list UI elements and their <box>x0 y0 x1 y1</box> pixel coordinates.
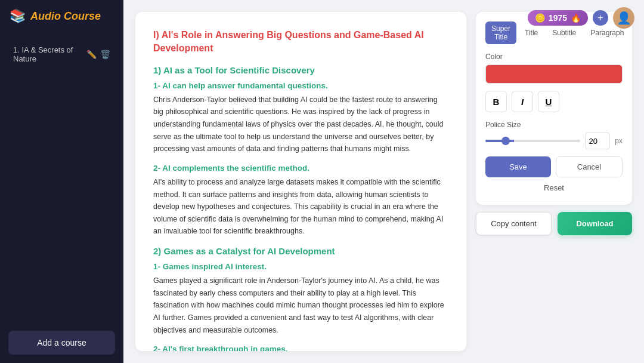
action-buttons: Save Cancel <box>485 156 623 177</box>
bold-button[interactable]: B <box>485 91 507 112</box>
format-buttons: B I U <box>485 91 623 112</box>
main-content: I) AI's Role in Answering Big Questions … <box>123 0 644 363</box>
color-swatch[interactable] <box>485 64 623 84</box>
doc-section2-title: 2) Games as a Catalyst for AI Developmen… <box>153 246 448 256</box>
coins-fire-icon: 🔥 <box>571 13 581 23</box>
color-label: Color <box>485 53 623 61</box>
doc-subsection2-title: 2- AI complements the scientific method. <box>153 164 448 173</box>
coins-icon: 🪙 <box>535 13 545 23</box>
delete-icon[interactable]: 🗑️ <box>100 50 110 59</box>
police-size-unit: px <box>615 137 623 145</box>
avatar[interactable]: 👤 <box>613 7 634 29</box>
sidebar: 📚 Audio Course 1. IA & Secrets of Nature… <box>0 0 123 363</box>
copy-content-button[interactable]: Copy content <box>476 212 552 235</box>
police-size-label: Police Size <box>485 121 623 129</box>
doc-section1-title: 1) AI as a Tool for Scientific Discovery <box>153 65 448 75</box>
sidebar-footer: Add a course <box>0 322 123 363</box>
sidebar-nav: 1. IA & Secrets of Nature ✏️ 🗑️ <box>0 32 123 322</box>
doc-paragraph2: AI's ability to process and analyze larg… <box>153 176 448 238</box>
add-coin-button[interactable]: + <box>593 10 608 26</box>
sidebar-item-label: 1. IA & Secrets of Nature <box>13 45 86 63</box>
doc-paragraph3: Games played a significant role in Ander… <box>153 275 448 336</box>
tab-super-title[interactable]: Super Title <box>485 21 516 44</box>
cancel-button[interactable]: Cancel <box>556 156 623 177</box>
italic-button[interactable]: I <box>512 91 533 112</box>
police-size-row: 20 px <box>485 133 623 149</box>
add-course-button[interactable]: Add a course <box>8 331 115 355</box>
topbar: 🪙 1975 🔥 + 👤 <box>518 0 644 36</box>
sidebar-title-course: Course <box>64 10 101 22</box>
color-section: Color <box>485 53 623 84</box>
doc-paragraph1: Chris Anderson-Taylor believed that buil… <box>153 94 448 155</box>
download-button[interactable]: Download <box>558 212 632 235</box>
reset-button[interactable]: Reset <box>544 183 564 192</box>
doc-subsection1-title: 1- AI can help answer fundamental questi… <box>153 81 448 90</box>
doc-subsection4-title: 2- AI's first breakthrough in games. <box>153 344 448 351</box>
sidebar-title: Audio Course <box>30 10 101 23</box>
sidebar-item-left: 1. IA & Secrets of Nature <box>13 45 86 63</box>
save-button[interactable]: Save <box>485 156 551 177</box>
avatar-icon: 👤 <box>617 11 631 25</box>
sidebar-header: 📚 Audio Course <box>0 0 123 32</box>
coins-count: 1975 <box>549 13 567 23</box>
bottom-buttons: Copy content Download <box>476 212 632 235</box>
right-panel: Super Title Title Subtitle Paragraph Col… <box>476 12 632 351</box>
police-size-section: Police Size 20 px <box>485 121 623 149</box>
doc-subsection3-title: 1- Games inspired AI interest. <box>153 262 448 271</box>
format-card: Super Title Title Subtitle Paragraph Col… <box>476 12 632 205</box>
logo-icon: 📚 <box>10 8 26 24</box>
document-panel: I) AI's Role in Answering Big Questions … <box>135 12 466 351</box>
doc-main-title: I) AI's Role in Answering Big Questions … <box>153 29 448 56</box>
sidebar-item-actions: ✏️ 🗑️ <box>86 50 110 59</box>
plus-icon: + <box>597 13 603 23</box>
police-size-slider[interactable] <box>485 140 580 142</box>
underline-button[interactable]: U <box>538 91 559 112</box>
police-size-input[interactable]: 20 <box>585 133 610 149</box>
coins-badge[interactable]: 🪙 1975 🔥 <box>528 10 588 26</box>
reset-row: Reset <box>485 182 623 193</box>
edit-icon[interactable]: ✏️ <box>86 50 97 59</box>
sidebar-title-audio: Audio <box>30 10 61 22</box>
sidebar-item-ia-secrets[interactable]: 1. IA & Secrets of Nature ✏️ 🗑️ <box>5 39 119 69</box>
